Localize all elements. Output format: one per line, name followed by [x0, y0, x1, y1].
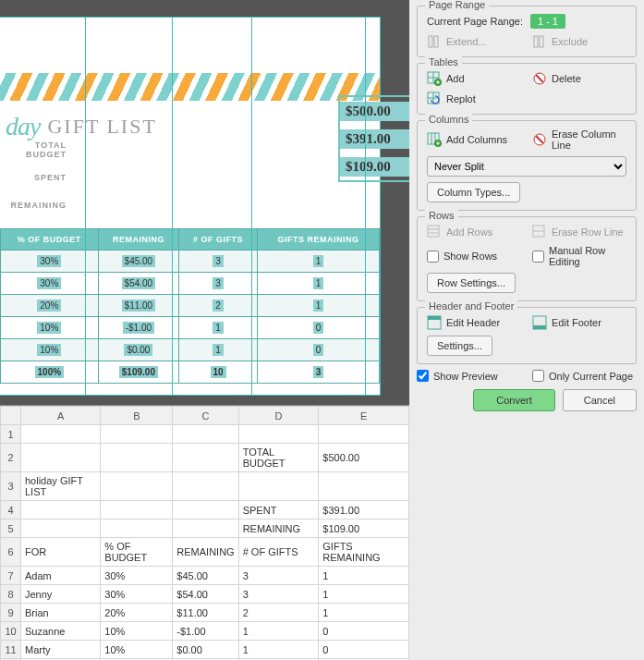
spent-value: $391.00: [340, 129, 409, 149]
page-range-title: Page Range: [425, 0, 489, 10]
svg-rect-2: [534, 36, 538, 47]
page-range-group: Page Range Current Page Range: 1 - 1 Ext…: [417, 6, 637, 57]
column-split-select[interactable]: Never Split: [427, 156, 626, 177]
table-row: 10%-$1.0010: [1, 317, 380, 339]
col-header[interactable]: B: [101, 407, 173, 425]
table-row: 20%$11.0021: [1, 295, 380, 317]
svg-rect-31: [533, 325, 546, 329]
hf-title: Header and Footer: [425, 300, 517, 312]
svg-rect-3: [540, 36, 543, 47]
extend-icon: [427, 34, 442, 49]
corner-cell[interactable]: [1, 407, 21, 425]
spent-label: SPENT: [0, 173, 74, 182]
add-rows-button[interactable]: Add Rows: [427, 225, 521, 239]
only-current-checkbox[interactable]: Only Current Page: [532, 370, 637, 382]
footer-icon: [532, 315, 547, 330]
col-gifts: # OF GIFTS: [179, 229, 258, 251]
exclude-button[interactable]: Exclude: [532, 34, 626, 49]
table-row: 100%$109.00103: [1, 361, 380, 384]
add-table-button[interactable]: Add: [427, 71, 521, 86]
erase-row-icon: [532, 225, 547, 239]
preview-table: % OF BUDGET REMAINING # OF GIFTS GIFTS R…: [0, 228, 380, 384]
svg-rect-0: [429, 36, 432, 47]
remaining-value: $109.00: [340, 157, 409, 177]
svg-rect-1: [434, 36, 438, 47]
table-add-icon: [427, 71, 442, 86]
total-budget-label: TOTAL BUDGET: [0, 141, 74, 159]
header-footer-group: Header and Footer Edit Header Edit Foote…: [417, 307, 637, 364]
svg-rect-29: [428, 316, 441, 320]
col-pct: % OF BUDGET: [1, 229, 99, 251]
add-columns-button[interactable]: Add Columns: [427, 132, 521, 147]
col-remaining: REMAINING: [98, 229, 179, 251]
current-range-value: 1 - 1: [530, 14, 565, 29]
table-row: 10%$0.0010: [1, 339, 380, 361]
show-preview-checkbox[interactable]: Show Preview: [417, 370, 521, 382]
manual-row-checkbox[interactable]: Manual Row Editing: [532, 245, 626, 267]
tables-title: Tables: [425, 56, 462, 67]
cancel-button[interactable]: Cancel: [563, 389, 637, 411]
extend-button[interactable]: Extend...: [427, 34, 521, 49]
rows-title: Rows: [425, 210, 458, 221]
exclude-icon: [532, 34, 547, 49]
decorative-stripes: [0, 73, 380, 101]
document-preview: day GIFT LIST TOTAL BUDGET SPENT REMAINI…: [0, 0, 409, 405]
erase-column-icon: [532, 132, 547, 147]
replot-icon: [427, 92, 442, 106]
erase-column-button[interactable]: Erase Column Line: [532, 128, 626, 151]
table-delete-icon: [532, 71, 547, 86]
add-columns-icon: [427, 132, 442, 147]
table-row: 30%$54.0031: [1, 273, 380, 295]
column-types-button[interactable]: Column Types...: [427, 182, 520, 202]
row-settings-button[interactable]: Row Settings...: [427, 273, 516, 293]
convert-button[interactable]: Convert: [473, 389, 555, 411]
col-header[interactable]: A: [21, 407, 101, 425]
edit-footer-button[interactable]: Edit Footer: [532, 315, 626, 330]
add-rows-icon: [427, 225, 442, 239]
show-rows-checkbox[interactable]: Show Rows: [427, 251, 521, 263]
hf-settings-button[interactable]: Settings...: [427, 336, 492, 356]
replot-button[interactable]: Replot: [427, 92, 476, 106]
svg-rect-23: [428, 226, 439, 237]
current-range-label: Current Page Range:: [427, 16, 523, 27]
header-icon: [427, 315, 442, 330]
columns-group: Columns Add Columns Erase Column Line Ne…: [417, 120, 637, 211]
col-header[interactable]: D: [238, 407, 319, 425]
total-budget-value: $500.00: [340, 102, 409, 121]
erase-row-button[interactable]: Erase Row Line: [532, 225, 626, 239]
table-row: 30%$45.0031: [1, 251, 380, 273]
tables-group: Tables Add Delete Replot: [417, 63, 637, 115]
spreadsheet-preview: A B C D E 1 2TOTAL BUDGET$500.00 3holida…: [0, 405, 409, 660]
edit-header-button[interactable]: Edit Header: [427, 315, 521, 330]
remaining-label: REMAINING: [0, 201, 74, 210]
columns-title: Columns: [425, 114, 472, 125]
rows-group: Rows Add Rows Erase Row Line Show Rows M…: [417, 216, 637, 301]
col-header[interactable]: C: [173, 407, 238, 425]
budget-box: $500.00 $391.00 $109.00: [338, 95, 409, 182]
col-header[interactable]: E: [319, 407, 409, 425]
delete-table-button[interactable]: Delete: [532, 71, 626, 86]
col-gifts-remaining: GIFTS REMAINING: [257, 229, 379, 251]
